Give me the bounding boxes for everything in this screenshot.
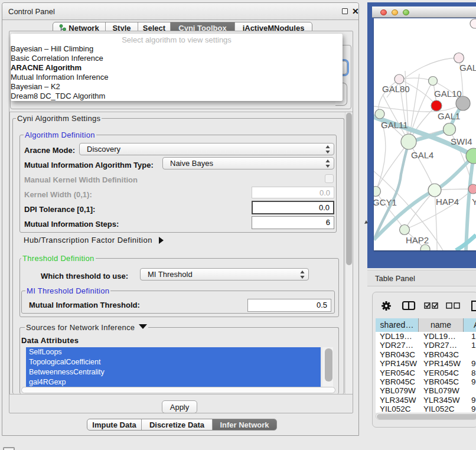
svg-text:HAP2: HAP2 [406,235,429,245]
svg-text:SWI4: SWI4 [451,136,472,146]
svg-text:GCY1: GCY1 [374,197,397,207]
svg-text:GAL10: GAL10 [434,89,462,99]
svg-text:GAL11: GAL11 [381,120,408,130]
svg-text:GAL80: GAL80 [382,84,410,94]
svg-text:GAL1: GAL1 [438,111,460,121]
svg-text:HAP4: HAP4 [436,197,459,207]
svg-text:YD: YD [472,197,476,207]
svg-text:GAL7: GAL7 [459,63,476,73]
svg-text:GAL4: GAL4 [411,150,433,160]
